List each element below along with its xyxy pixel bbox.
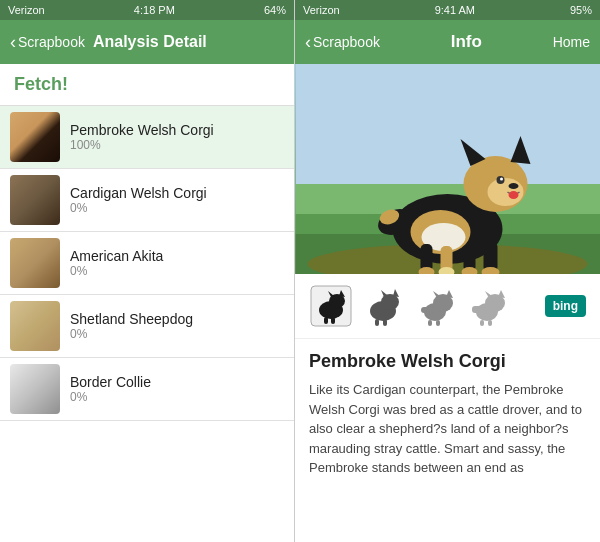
svg-rect-38 (383, 319, 387, 326)
svg-marker-36 (393, 289, 399, 297)
right-time: 9:41 AM (435, 4, 475, 16)
breed-icon-4[interactable] (465, 284, 509, 328)
svg-rect-31 (324, 317, 328, 324)
left-back-label: Scrapbook (18, 34, 85, 50)
info-breed-title: Pembroke Welsh Corgi (309, 351, 586, 372)
left-panel: Verizon 4:18 PM 64% ‹ Scrapbook Analysis… (0, 0, 295, 542)
svg-rect-45 (421, 307, 435, 313)
home-button[interactable]: Home (553, 34, 590, 50)
svg-marker-42 (446, 290, 453, 298)
svg-point-14 (500, 178, 503, 181)
breed-info: Shetland Sheepdog0% (70, 311, 193, 341)
svg-rect-37 (375, 319, 379, 326)
breed-name: Shetland Sheepdog (70, 311, 193, 327)
breed-list-item[interactable]: Cardigan Welsh Corgi0% (0, 169, 294, 232)
left-time: 4:18 PM (134, 4, 175, 16)
left-status-bar: Verizon 4:18 PM 64% (0, 0, 294, 20)
breed-icons-row: bing (295, 274, 600, 339)
left-nav-bar: ‹ Scrapbook Analysis Detail (0, 20, 294, 64)
svg-point-12 (508, 183, 518, 189)
left-chevron-icon: ‹ (10, 33, 16, 51)
info-breed-desc: Like its Cardigan counterpart, the Pembr… (309, 380, 586, 478)
breed-thumb (10, 112, 60, 162)
breed-percentage: 0% (70, 327, 193, 341)
breed-percentage: 0% (70, 201, 207, 215)
breed-thumb (10, 301, 60, 351)
fetch-bar: Fetch! (0, 64, 294, 106)
fetch-label: Fetch! (14, 74, 68, 94)
breed-icon-3[interactable] (413, 284, 457, 328)
svg-point-11 (487, 178, 523, 206)
svg-rect-44 (436, 320, 440, 326)
left-battery: 64% (264, 4, 286, 16)
breed-thumb (10, 175, 60, 225)
breed-list-item[interactable]: American Akita0% (0, 232, 294, 295)
dog-image (295, 64, 600, 274)
svg-rect-32 (331, 317, 335, 324)
right-status-bar: Verizon 9:41 AM 95% (295, 0, 600, 20)
left-carrier: Verizon (8, 4, 45, 16)
breed-list: Pembroke Welsh Corgi100%Cardigan Welsh C… (0, 106, 294, 542)
breed-list-item[interactable]: Border Collie0% (0, 358, 294, 421)
left-back-button[interactable]: ‹ Scrapbook (10, 33, 85, 51)
svg-marker-49 (498, 290, 505, 298)
right-carrier: Verizon (303, 4, 340, 16)
svg-rect-51 (488, 320, 492, 326)
right-page-title: Info (451, 32, 482, 52)
right-nav-bar: ‹ Scrapbook Info Home (295, 20, 600, 64)
breed-info: Border Collie0% (70, 374, 151, 404)
breed-icon-2[interactable] (361, 284, 405, 328)
dog-illustration (295, 64, 600, 274)
right-back-label: Scrapbook (313, 34, 380, 50)
breed-info: American Akita0% (70, 248, 163, 278)
svg-point-15 (508, 191, 518, 199)
breed-name: American Akita (70, 248, 163, 264)
breed-percentage: 100% (70, 138, 214, 152)
breed-info: Pembroke Welsh Corgi100% (70, 122, 214, 152)
svg-rect-52 (472, 306, 488, 313)
info-content: Pembroke Welsh Corgi Like its Cardigan c… (295, 339, 600, 542)
breed-thumb (10, 238, 60, 288)
breed-list-item[interactable]: Pembroke Welsh Corgi100% (0, 106, 294, 169)
svg-rect-43 (428, 320, 432, 326)
breed-info: Cardigan Welsh Corgi0% (70, 185, 207, 215)
right-battery: 95% (570, 4, 592, 16)
right-panel: Verizon 9:41 AM 95% ‹ Scrapbook Info Hom… (295, 0, 600, 542)
breed-thumb (10, 364, 60, 414)
breed-percentage: 0% (70, 264, 163, 278)
breed-name: Pembroke Welsh Corgi (70, 122, 214, 138)
left-page-title: Analysis Detail (93, 33, 207, 51)
svg-rect-50 (480, 320, 484, 326)
breed-icon-1[interactable] (309, 284, 353, 328)
right-chevron-icon: ‹ (305, 32, 311, 53)
breed-name: Border Collie (70, 374, 151, 390)
breed-name: Cardigan Welsh Corgi (70, 185, 207, 201)
breed-percentage: 0% (70, 390, 151, 404)
breed-list-item[interactable]: Shetland Sheepdog0% (0, 295, 294, 358)
bing-badge[interactable]: bing (545, 295, 586, 317)
right-back-button[interactable]: ‹ Scrapbook (305, 32, 380, 53)
